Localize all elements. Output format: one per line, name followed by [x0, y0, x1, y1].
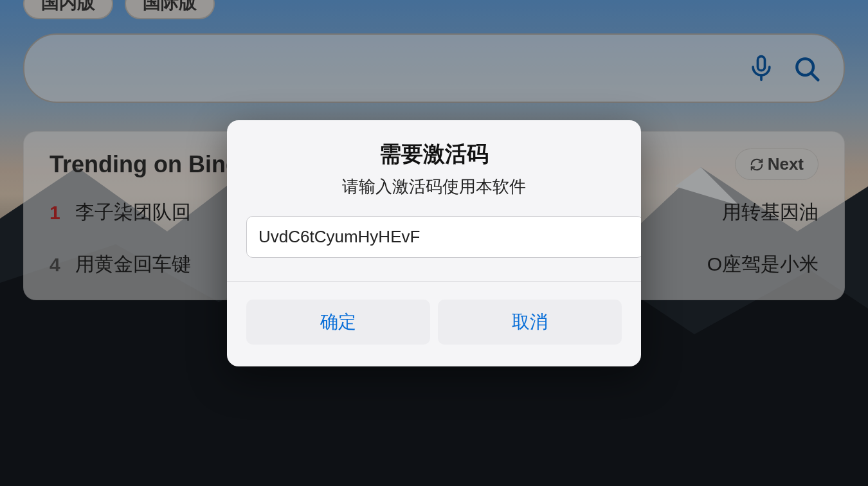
cancel-button[interactable]: 取消 [438, 300, 622, 345]
screen: 国内版 国际版 Trending on Bing [0, 0, 868, 486]
modal-body: 需要激活码 请输入激活码使用本软件 [227, 120, 641, 281]
modal-overlay: 需要激活码 请输入激活码使用本软件 确定 取消 [0, 0, 868, 486]
modal-actions: 确定 取消 [227, 282, 641, 366]
activation-modal: 需要激活码 请输入激活码使用本软件 确定 取消 [227, 120, 641, 366]
activation-code-input[interactable] [246, 216, 641, 258]
confirm-button[interactable]: 确定 [246, 300, 430, 345]
modal-subtitle: 请输入激活码使用本软件 [246, 176, 622, 198]
modal-title: 需要激活码 [246, 140, 622, 169]
